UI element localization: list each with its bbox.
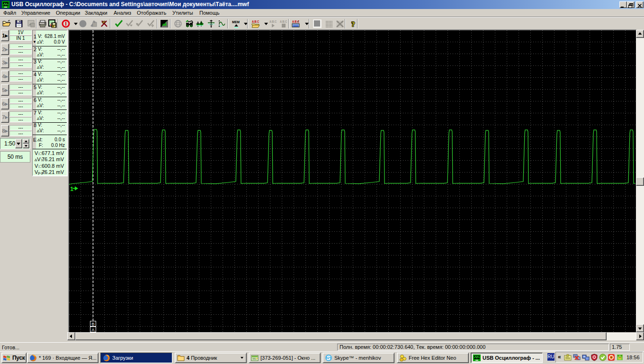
svg-text:A: A — [92, 328, 95, 332]
svg-text:A:B:C: A:B:C — [269, 20, 277, 23]
svg-text:A:B:C: A:B:C — [280, 20, 287, 23]
svg-text:A:B:C: A:B:C — [252, 20, 259, 23]
svg-text:B: B — [92, 322, 95, 327]
svg-text:?: ? — [351, 20, 355, 28]
svg-text:MEM: MEM — [232, 20, 240, 24]
